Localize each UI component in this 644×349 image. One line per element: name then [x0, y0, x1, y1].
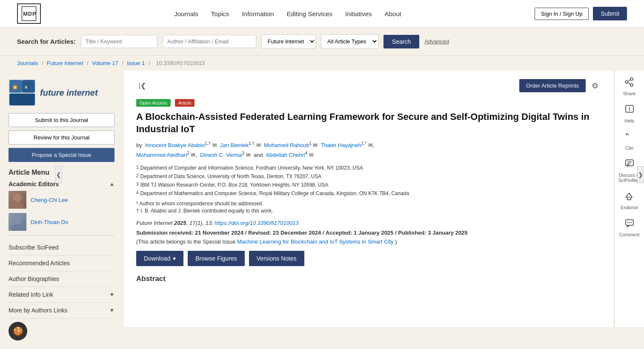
nav-editing-services[interactable]: Editing Services	[286, 10, 332, 17]
right-sidebar: Share ! Help “ Cite	[614, 71, 644, 327]
comment-label: Comment	[619, 232, 640, 237]
subscribe-scifeed-item[interactable]: Subscribe SciFeed	[9, 240, 114, 255]
journal-logo-image: 📶 🖥	[9, 79, 36, 106]
order-reprints-button[interactable]: Order Article Reprints	[519, 79, 586, 92]
equal-contrib-note: † I. B. Ababio and J. Bieniek contribute…	[136, 208, 601, 214]
download-chevron-icon: ▾	[173, 255, 176, 262]
journal-logo-area: 📶 🖥 future internet	[9, 79, 114, 106]
more-authors-chevron: ▼	[109, 307, 114, 313]
review-journal-button[interactable]: Review for this Journal	[9, 131, 114, 145]
top-navigation: MDPI Journals Topics Information Editing…	[0, 0, 644, 28]
breadcrumb: Journals / Future Internet / Volume 17 /…	[0, 56, 644, 71]
help-action[interactable]: ! Help	[624, 105, 634, 123]
editor-item-2: Dinh-Thuan Do	[9, 213, 114, 231]
article-type-select[interactable]: All Article Types	[321, 34, 378, 48]
propose-special-issue-button[interactable]: Propose a Special Issue	[9, 148, 114, 162]
nav-journals[interactable]: Journals	[174, 10, 198, 17]
svg-text:🖥: 🖥	[24, 85, 28, 89]
breadcrumb-journals[interactable]: Journals	[17, 60, 38, 66]
related-info-link-item[interactable]: Related Info Link ▼	[9, 287, 114, 303]
author-chehri[interactable]: Abdellah Chehri	[266, 152, 305, 159]
share-action[interactable]: Share	[623, 77, 635, 96]
author-bieniek[interactable]: Jan Bieniek	[220, 142, 249, 149]
sidebar-divider	[9, 235, 114, 236]
svg-point-12	[630, 84, 633, 86]
action-buttons: Download ▾ Browse Figures Versions Notes	[136, 251, 601, 266]
svg-point-13	[625, 81, 628, 83]
svg-point-9	[13, 216, 22, 224]
correspondence-note: * Author to whom correspondence should b…	[136, 201, 601, 207]
related-info-chevron: ▼	[109, 292, 114, 298]
author-biographies-item[interactable]: Author Biographies	[9, 271, 114, 287]
author-affiliation-input[interactable]	[163, 35, 256, 48]
cite-action[interactable]: “ Cite	[625, 132, 634, 150]
special-issue-link[interactable]: Machine Learning for Blockchain and IoT …	[237, 238, 394, 245]
right-collapse-tab[interactable]: ❯	[637, 166, 644, 183]
breadcrumb-doi: 10.3390/fi17010013	[156, 60, 205, 66]
author-verma[interactable]: Dinesh C. Verma	[200, 152, 242, 159]
journal-select[interactable]: Future Internet	[261, 34, 316, 48]
author-aledhari[interactable]: Mohammed Aledhari	[136, 152, 187, 159]
svg-line-15	[628, 83, 630, 85]
svg-point-10	[11, 224, 23, 231]
comment-icon	[625, 218, 634, 230]
svg-text:MDPI: MDPI	[23, 11, 37, 17]
nav-initiatives[interactable]: Initiatives	[345, 10, 372, 17]
article-badges: Open Access Article	[136, 99, 601, 106]
main-layout: 📶 🖥 future internet Submit to this Journ…	[0, 71, 644, 327]
svg-point-7	[13, 193, 22, 202]
recommended-articles-item[interactable]: Recommended Articles	[9, 255, 114, 271]
svg-rect-19	[626, 160, 633, 166]
nav-topics[interactable]: Topics	[211, 10, 229, 17]
submit-button[interactable]: Submit	[593, 7, 627, 20]
sign-in-button[interactable]: Sign In / Sign Up	[535, 8, 589, 20]
search-label: Search for Articles:	[17, 38, 76, 45]
nav-information[interactable]: Information	[242, 10, 274, 17]
title-keyword-input[interactable]	[81, 35, 157, 48]
svg-text:📶: 📶	[13, 85, 17, 89]
share-label: Share	[623, 91, 635, 96]
left-collapse-tab[interactable]: ❮	[55, 166, 62, 183]
discuss-icon	[625, 159, 634, 171]
comment-action[interactable]: Comment	[619, 218, 640, 237]
svg-text:“: “	[626, 132, 629, 141]
cite-label: Cite	[625, 145, 634, 150]
more-by-authors-item[interactable]: More by Authors Links ▼	[9, 303, 114, 318]
svg-point-26	[630, 222, 631, 223]
left-sidebar: 📶 🖥 future internet Submit to this Journ…	[0, 71, 123, 327]
nav-about[interactable]: About	[385, 10, 401, 17]
affiliation-2: 2 Department of Data Science, University…	[136, 173, 601, 180]
breadcrumb-future-internet[interactable]: Future Internet	[47, 60, 83, 66]
cite-icon: “	[625, 132, 634, 144]
endorse-action[interactable]: Endorse	[621, 191, 638, 210]
svg-point-11	[630, 78, 633, 80]
share-icon	[624, 77, 634, 89]
mdpi-logo[interactable]: MDPI	[17, 3, 41, 24]
nav-links: Journals Topics Information Editing Serv…	[54, 10, 522, 17]
svg-text:!: !	[629, 106, 630, 112]
search-button[interactable]: Search	[384, 35, 419, 48]
first-page-button[interactable]: |❮	[136, 81, 149, 91]
special-issue-line: (This article belongs to the Special Iss…	[136, 238, 601, 245]
author-ababio[interactable]: Innocent Boakye Ababio	[145, 142, 205, 149]
affiliation-3: 3 IBM TJ Watson Research Center, P.O. Bo…	[136, 181, 601, 189]
open-access-badge: Open Access	[136, 99, 171, 107]
breadcrumb-issue[interactable]: Issue 1	[127, 60, 145, 66]
doi-link[interactable]: https://doi.org/10.3390/fi17010013	[215, 220, 298, 226]
author-hayajneh[interactable]: Thaier Hayajneh	[321, 142, 361, 149]
browse-figures-button[interactable]: Browse Figures	[188, 251, 244, 266]
endorse-icon	[624, 191, 634, 203]
editor-name-1[interactable]: Cheng-Chi Lee	[31, 197, 68, 203]
editor-name-2[interactable]: Dinh-Thuan Do	[31, 219, 68, 225]
settings-gear-button[interactable]: ⚙	[589, 80, 601, 91]
article-meta: Future Internet 2025, 17(1), 13; https:/…	[136, 220, 601, 226]
submit-to-journal-button[interactable]: Submit to this Journal	[9, 113, 114, 127]
help-icon: !	[625, 105, 634, 116]
svg-line-14	[628, 80, 630, 82]
authors-line: by Innocent Boakye Ababio1,† ✉ Jan Bieni…	[136, 140, 601, 160]
author-rahouti[interactable]: Mohamed Rahouti	[264, 142, 309, 149]
download-button[interactable]: Download ▾	[136, 251, 183, 266]
breadcrumb-volume[interactable]: Volume 17	[92, 60, 118, 66]
advanced-search-button[interactable]: Advanced	[424, 38, 449, 45]
versions-notes-button[interactable]: Versions Notes	[249, 251, 304, 266]
